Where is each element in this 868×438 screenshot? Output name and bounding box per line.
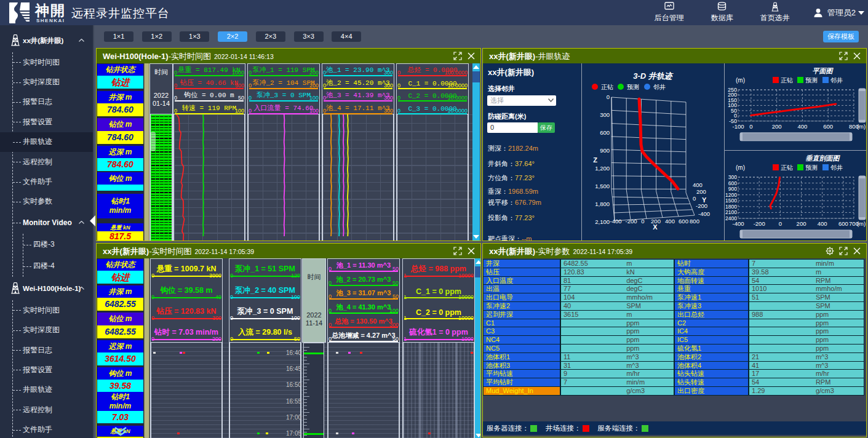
sidebar-item-报警设置[interactable]: 报警设置 bbox=[13, 112, 93, 132]
close-icon[interactable] bbox=[467, 247, 476, 255]
layout-button-2×2[interactable]: 2×2 bbox=[218, 31, 247, 42]
layout-button-2×3[interactable]: 2×3 bbox=[256, 31, 285, 42]
panel-title-well: xx井(新井眼) bbox=[489, 52, 535, 61]
param-value: 51 bbox=[752, 293, 759, 301]
decor-svg bbox=[548, 98, 554, 102]
param-label-cell: C2 bbox=[674, 319, 749, 328]
param-value-cell: 41m^3 bbox=[749, 361, 864, 370]
param-scrollbar[interactable] bbox=[144, 258, 149, 438]
curve-underline bbox=[231, 339, 300, 340]
decor-path bbox=[9, 2, 18, 23]
sidebar-item-四楼-4[interactable]: 四楼-4 bbox=[23, 255, 93, 277]
decor-path bbox=[25, 20, 30, 22]
close-icon[interactable] bbox=[853, 52, 861, 60]
param-label-cell: NC4 bbox=[483, 335, 560, 344]
vertical-scrollbar[interactable] bbox=[859, 176, 866, 220]
logo-text-cn: 神開 bbox=[35, 2, 66, 18]
curve-underline bbox=[152, 339, 221, 340]
decor-svg bbox=[114, 426, 127, 437]
curve-header: 0300池_1 = 23.90 m^3 bbox=[322, 64, 394, 77]
top-nav-admin-monitor[interactable]: 后台管理 bbox=[643, 2, 696, 23]
sidebar-item-远程控制[interactable]: 远程控制 bbox=[13, 400, 93, 420]
decor-polyline bbox=[549, 99, 554, 102]
horizontal-scrollbar[interactable] bbox=[740, 133, 852, 141]
data-dot bbox=[180, 352, 182, 354]
top-nav-derrick[interactable]: 首页选井 bbox=[749, 2, 802, 23]
data-dot bbox=[257, 432, 260, 434]
decor-text: (m) bbox=[736, 77, 745, 84]
gear-icon[interactable] bbox=[826, 247, 834, 255]
decor-line bbox=[611, 149, 686, 152]
param-scrollbar[interactable] bbox=[144, 63, 149, 241]
sidebar-item-实时深度图[interactable]: 实时深度图 bbox=[13, 72, 93, 92]
sidebar-item-实时深度图[interactable]: 实时深度图 bbox=[13, 321, 93, 340]
decor-path bbox=[22, 15, 30, 17]
decor-polyline bbox=[343, 114, 344, 236]
sidebar-group-0[interactable]: xx井(新井眼) bbox=[0, 29, 93, 52]
param-unit: kN bbox=[626, 268, 634, 276]
curve-name: 钻压 = 40.66 kN bbox=[173, 78, 245, 87]
decor-path bbox=[115, 428, 126, 431]
sidebar-item-报警设置[interactable]: 报警设置 bbox=[13, 360, 93, 380]
decor-path bbox=[454, 52, 461, 60]
sidebar-item-井眼轨迹[interactable]: 井眼轨迹 bbox=[0, 132, 93, 152]
vertical-scrollbar[interactable] bbox=[472, 63, 480, 241]
table-row: C1ppmC2ppm bbox=[483, 319, 866, 328]
expand-icon[interactable] bbox=[453, 247, 462, 255]
close-icon[interactable] bbox=[853, 247, 861, 255]
param-unit: m^3 bbox=[626, 362, 639, 370]
decor-line bbox=[614, 210, 693, 213]
decor-text: (m) bbox=[857, 220, 866, 227]
sidebar-item-井眼轨迹[interactable]: 井眼轨迹 bbox=[13, 380, 93, 400]
expand-icon[interactable] bbox=[839, 52, 848, 60]
layout-button-3×3[interactable]: 3×3 bbox=[294, 31, 324, 42]
expand-icon[interactable] bbox=[839, 247, 848, 255]
sidebar-subgroup-Monitor Video[interactable]: Monitor Video bbox=[13, 212, 93, 234]
param-label-cell: 钻时 bbox=[674, 259, 749, 268]
sidebar-collapse-handle-icon[interactable] bbox=[90, 215, 95, 226]
sidebar-item-报警日志[interactable]: 报警日志 bbox=[13, 340, 93, 360]
sidebar-item-label: 实时参数 bbox=[23, 196, 52, 207]
param-unit: ppm bbox=[626, 344, 639, 352]
decor-rect bbox=[859, 89, 866, 91]
layout-button-4×4[interactable]: 4×4 bbox=[332, 31, 361, 42]
decor-text: 正钻 bbox=[781, 77, 793, 84]
close-icon[interactable] bbox=[467, 52, 476, 60]
decor-div bbox=[304, 364, 309, 364]
offset-well-select[interactable]: 选择 bbox=[487, 95, 556, 106]
vertical-scrollbar[interactable] bbox=[475, 258, 481, 438]
sidebar-group-1[interactable]: Wei-H100(Hole-1) bbox=[0, 277, 93, 300]
track-header: 0120泵冲_1 = 51 SPM0100泵冲_2 = 40 SPM0100泵冲… bbox=[229, 258, 301, 343]
param-unit: min/m bbox=[626, 378, 645, 386]
curve-name: 泵冲_1 = 51 SPM bbox=[229, 264, 301, 274]
sidebar-item-实时时间图[interactable]: 实时时间图 bbox=[13, 52, 93, 72]
expand-icon[interactable] bbox=[453, 52, 462, 60]
horizontal-scrollbar[interactable] bbox=[740, 230, 852, 238]
sidebar-item-实时时间图[interactable]: 实时时间图 bbox=[13, 300, 93, 320]
select-placeholder: 选择 bbox=[490, 97, 504, 104]
layout-button-1×3[interactable]: 1×3 bbox=[180, 31, 209, 42]
save-template-button[interactable]: 保存模板 bbox=[823, 31, 859, 42]
chevron-up-icon bbox=[79, 221, 84, 224]
top-header-bar: 神開 SHENKAI 远程录井监控平台 后台管理数据库首页选井管理员2 bbox=[0, 0, 868, 25]
top-nav-database[interactable]: 数据库 bbox=[696, 2, 749, 23]
sidebar-item-四楼-3[interactable]: 四楼-3 bbox=[23, 234, 93, 255]
data-dot bbox=[177, 432, 180, 434]
sidebar-item-文件助手[interactable]: 文件助手 bbox=[13, 420, 93, 438]
curve-underline bbox=[175, 75, 244, 76]
info-label: 靶点垂深： bbox=[488, 235, 522, 241]
decor-div bbox=[304, 380, 309, 380]
distance-input[interactable]: 0 bbox=[487, 122, 538, 133]
sidebar-item-报警日志[interactable]: 报警日志 bbox=[13, 92, 93, 112]
sidebar-item-远程控制[interactable]: 远程控制 bbox=[13, 152, 93, 172]
layout-button-1×2[interactable]: 1×2 bbox=[142, 31, 172, 42]
decor-path bbox=[468, 53, 474, 59]
user-menu[interactable]: 管理员2 bbox=[813, 7, 864, 18]
param-box: 迟深 m bbox=[97, 340, 143, 352]
status-indicator bbox=[583, 425, 589, 432]
sidebar-item-文件助手[interactable]: 文件助手 bbox=[13, 172, 93, 191]
save-distance-button[interactable]: 保存 bbox=[538, 122, 555, 133]
vertical-scrollbar[interactable] bbox=[859, 89, 866, 122]
sidebar-item-实时参数[interactable]: 实时参数 bbox=[13, 192, 93, 212]
layout-button-1×1[interactable]: 1×1 bbox=[104, 31, 133, 42]
